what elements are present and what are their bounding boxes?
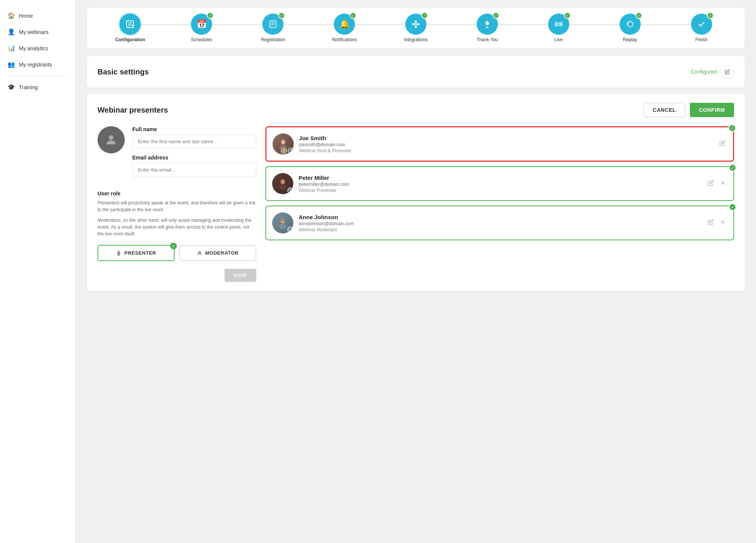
email-label: Email address	[132, 155, 256, 161]
peter-miller-email: petermiller@domain.com	[299, 182, 701, 187]
wizard-circle-live: ✓	[548, 14, 569, 35]
anne-johnson-actions	[706, 218, 727, 228]
svg-point-30	[279, 224, 286, 229]
wizard-step-schedules[interactable]: 📅 ✓ Schedules	[166, 14, 237, 42]
finish-check: ✓	[707, 12, 714, 19]
peter-miller-name: Peter Miller	[299, 175, 701, 181]
joe-smith-email: joesmith@domain.com	[299, 142, 713, 147]
confirm-button[interactable]: CONFIRM	[690, 103, 734, 117]
default-avatar-icon	[104, 133, 118, 147]
training-icon: 🎓	[8, 84, 15, 91]
wizard-circle-replay: ✓	[620, 14, 641, 35]
sidebar-nav: 🏠 Home 👤 My webinars 📊 My analytics 👥 My…	[0, 8, 75, 95]
header-actions: CANCEL CONFIRM	[643, 103, 734, 117]
wizard-label-configuration: Configuration	[115, 37, 145, 42]
sidebar-item-home[interactable]: 🏠 Home	[0, 8, 75, 24]
basic-settings-edit-button[interactable]	[720, 65, 734, 79]
peter-miller-edit-icon[interactable]	[706, 178, 715, 189]
basic-settings-header: Basic settings Configured	[98, 65, 734, 79]
wizard-step-registration[interactable]: ✓ Registration	[237, 14, 309, 42]
sidebar-item-my-registrants[interactable]: 👥 My registrants	[0, 56, 75, 73]
email-input[interactable]	[132, 163, 256, 177]
sidebar-label-my-analytics: My analytics	[19, 45, 48, 51]
svg-point-18	[109, 135, 113, 140]
joe-smith-info: Joe Smith joesmith@domain.com Webinar Ho…	[299, 135, 713, 153]
webinar-presenters-card: Webinar presenters CANCEL CONFIRM	[87, 94, 745, 291]
wizard-step-replay[interactable]: ✓ Replay	[594, 14, 666, 42]
anne-johnson-email: annejohnson@domain.com	[299, 221, 701, 226]
sidebar-item-my-analytics[interactable]: 📊 My analytics	[0, 40, 75, 56]
joe-smith-name: Joe Smith	[299, 135, 713, 141]
full-name-input[interactable]	[132, 135, 256, 149]
main-content: Configuration 📅 ✓ Schedules ✓ Registrati…	[76, 0, 756, 543]
sidebar-item-my-webinars[interactable]: 👤 My webinars	[0, 24, 75, 40]
wizard-label-registration: Registration	[261, 37, 285, 42]
svg-point-12	[415, 26, 417, 28]
sidebar-label-training: Training	[19, 84, 38, 90]
joe-smith-actions	[718, 139, 727, 149]
wizard-label-schedules: Schedules	[191, 37, 212, 42]
cancel-button[interactable]: CANCEL	[643, 103, 685, 117]
wizard-circle-integrations: ✓	[405, 14, 426, 35]
svg-point-8	[415, 23, 417, 25]
user-role-title: User role	[98, 190, 256, 196]
wizard-step-integrations[interactable]: ✓ Integrations	[380, 14, 452, 42]
peter-miller-delete-icon[interactable]	[718, 178, 727, 189]
svg-point-9	[412, 23, 414, 25]
peter-mic-icon: 🎤	[287, 187, 293, 193]
wizard-label-finish: Finish	[696, 37, 708, 42]
moderator-role-button[interactable]: MODERATOR	[179, 245, 256, 261]
svg-point-20	[198, 251, 200, 253]
basic-settings-title: Basic settings	[98, 68, 149, 76]
presenter-role-button[interactable]: PRESENTER ✓	[98, 245, 175, 261]
peter-miller-check: ✓	[729, 164, 736, 172]
anne-johnson-delete-icon[interactable]	[718, 218, 727, 228]
svg-point-17	[557, 23, 560, 25]
wizard-step-configuration[interactable]: Configuration	[94, 14, 166, 42]
presenter-form: Full name Email address User role Presen…	[98, 126, 256, 282]
peter-miller-role: Webinar Presenter	[299, 188, 701, 193]
wizard-step-live[interactable]: ✓ Live	[523, 14, 594, 42]
mic-icon	[116, 251, 121, 256]
svg-point-11	[415, 21, 417, 22]
wizard-step-finish[interactable]: ✓ Finish	[666, 14, 737, 42]
wizard-label-integrations: Integrations	[404, 37, 428, 42]
edit-icon	[725, 69, 730, 74]
anne-johnson-role: Webinar Moderator	[299, 227, 701, 232]
thank-you-check: ✓	[493, 12, 499, 19]
save-button[interactable]: SAVE	[225, 269, 256, 282]
home-icon: 🏠	[8, 12, 15, 19]
presenters-content: Full name Email address User role Presen…	[98, 126, 734, 282]
basic-settings-card: Basic settings Configured	[87, 56, 745, 88]
user-role-section: User role Presenters will proactively sp…	[98, 190, 256, 237]
anne-johnson-edit-icon[interactable]	[706, 218, 715, 228]
wizard-circle-finish: ✓	[691, 14, 712, 35]
sidebar-label-my-registrants: My registrants	[19, 62, 52, 68]
key-icon: 🔑	[281, 148, 287, 154]
replay-check: ✓	[635, 12, 642, 19]
live-check: ✓	[564, 12, 571, 19]
role-buttons: PRESENTER ✓ MODERATOR	[98, 245, 256, 261]
wizard-step-thank-you[interactable]: ✓ Thank You	[451, 14, 523, 42]
email-group: Email address	[132, 155, 256, 177]
svg-point-23	[281, 140, 285, 144]
wizard-nav: Configuration 📅 ✓ Schedules ✓ Registrati…	[87, 8, 745, 48]
peter-miller-actions	[706, 178, 727, 189]
presenters-header: Webinar presenters CANCEL CONFIRM	[98, 103, 734, 117]
joe-smith-edit-icon[interactable]	[718, 139, 727, 149]
form-fields: Full name Email address	[132, 126, 256, 183]
user-role-desc-2: Moderators, on the other hand, will only…	[98, 217, 256, 237]
presenters-title: Webinar presenters	[98, 106, 168, 114]
full-name-label: Full name	[132, 126, 256, 132]
wizard-step-notifications[interactable]: 🔔 ✓ Notifications	[309, 14, 380, 42]
svg-point-26	[281, 179, 285, 184]
anne-johnson-avatar: 👤	[272, 212, 293, 234]
sidebar-item-training[interactable]: 🎓 Training	[0, 79, 75, 95]
wizard-circle-registration: ✓	[262, 14, 284, 35]
mic-icon-small: 🎤	[288, 148, 294, 154]
peter-miller-avatar: 🎤	[272, 173, 293, 194]
svg-rect-19	[118, 251, 119, 254]
svg-point-31	[281, 219, 285, 223]
wizard-circle-schedules: 📅 ✓	[191, 14, 212, 35]
presenters-list: ✓ 🔑 🎤 Joe Smith	[265, 126, 734, 282]
